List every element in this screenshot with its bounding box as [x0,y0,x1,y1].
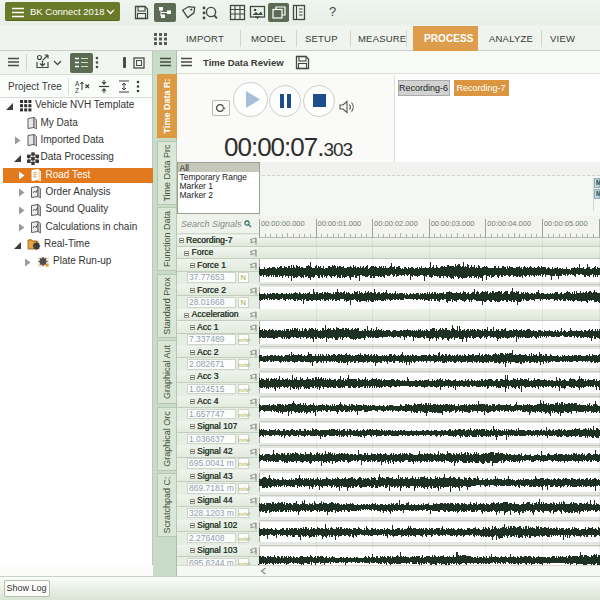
svg-text:A: A [75,80,80,87]
svg-text:Z: Z [75,87,79,93]
